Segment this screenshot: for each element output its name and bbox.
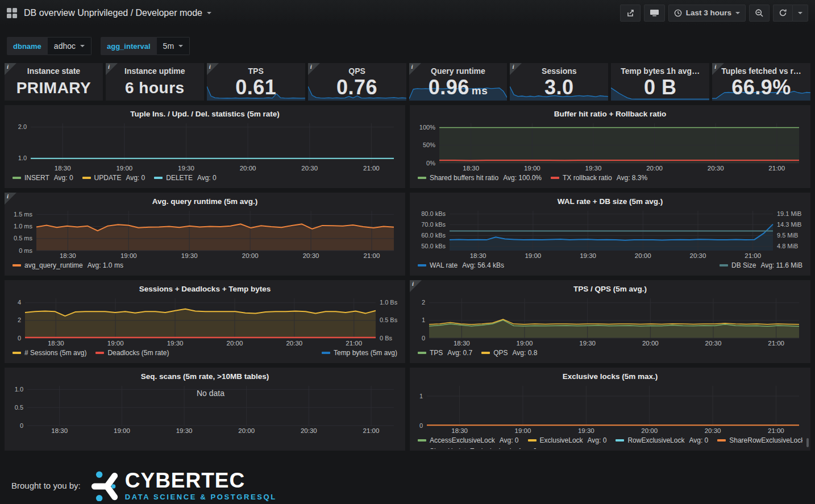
panel-title[interactable]: Tuple Ins. / Upd. / Del. statistics (5m …	[5, 105, 405, 118]
legend-swatch-icon	[82, 177, 91, 179]
legend-item[interactable]: # Sessions (5m avg)	[13, 349, 86, 357]
legend-row: WAL rateAvg: 56.4 kBsDB SizeAvg: 11.6 Mi…	[418, 260, 802, 270]
panel-info-icon[interactable]: i	[712, 63, 724, 75]
clock-icon	[674, 9, 682, 17]
zoom-out-button[interactable]	[749, 5, 770, 22]
cybertec-logo: CYBERTEC DATA SCIENCE & POSTGRESQL	[90, 470, 277, 501]
stat-title[interactable]: Temp bytes 1h avg…	[611, 66, 709, 76]
legend-swatch-icon	[418, 177, 426, 179]
chart-plot-avg-query-runtime: 0 ms0.5 ms1.0 ms1.5 ms18:3019:0019:3020:…	[8, 209, 402, 260]
chart-legend: INSERTAvg: 0UPDATEAvg: 0DELETEAvg: 0	[13, 172, 397, 186]
svg-text:70.0 kBs: 70.0 kBs	[421, 221, 446, 228]
stat-title[interactable]: Query runtime	[409, 66, 508, 76]
svg-text:20:00: 20:00	[642, 340, 659, 347]
svg-text:19:30: 19:30	[176, 427, 193, 434]
panel-title[interactable]: Seq. scans (5m rate, >10MB tables)	[5, 368, 405, 381]
legend-item[interactable]: Temp bytes (5m avg)	[322, 349, 397, 357]
panel-info-icon[interactable]: i	[410, 280, 422, 292]
legend-item[interactable]: ShareUpdateExclusiveLockAvg: 0	[418, 447, 537, 449]
panel-info-icon[interactable]: i	[409, 63, 421, 75]
svg-text:20:00: 20:00	[240, 165, 256, 172]
svg-text:21:00: 21:00	[768, 165, 785, 172]
chart-legend: Shared buffers hit ratioAvg: 100.0%TX ro…	[418, 172, 802, 186]
svg-text:50.0 kBs: 50.0 kBs	[421, 243, 446, 249]
legend-label: Shared buffers hit ratio	[430, 174, 498, 182]
panel-title[interactable]: TPS / QPS (5m avg.)	[410, 280, 810, 293]
panel-title[interactable]: Buffer hit ratio + Rollback ratio	[410, 105, 810, 118]
legend-item[interactable]: AccessExclusiveLockAvg: 0	[418, 436, 519, 444]
chart-panels-grid: Tuple Ins. / Upd. / Del. statistics (5m …	[0, 101, 815, 455]
grid-square	[13, 8, 17, 13]
legend-item[interactable]: UPDATEAvg: 0	[82, 174, 145, 182]
legend-item[interactable]: Deadlocks (5m rate)	[95, 349, 169, 357]
legend-label: Temp bytes (5m avg)	[334, 349, 397, 357]
panel-info-icon[interactable]: i	[308, 63, 320, 75]
legend-item[interactable]: INSERTAvg: 0	[13, 174, 73, 182]
legend-item[interactable]: DELETEAvg: 0	[154, 174, 217, 182]
refresh-button[interactable]	[773, 5, 792, 22]
legend-avg: Avg: 0	[689, 436, 708, 444]
panel-tuple-stats: Tuple Ins. / Upd. / Del. statistics (5m …	[5, 105, 405, 188]
time-caret-icon	[735, 12, 740, 14]
legend-row: INSERTAvg: 0UPDATEAvg: 0DELETEAvg: 0	[13, 172, 397, 183]
stat-title[interactable]: Sessions	[510, 66, 608, 76]
svg-text:19:30: 19:30	[167, 340, 184, 347]
legend-swatch-icon	[418, 264, 426, 266]
svg-text:20:30: 20:30	[705, 427, 721, 434]
legend-item[interactable]: TPSAvg: 0.7	[418, 349, 472, 357]
panel-title[interactable]: Sessions + Deadlocks + Temp bytes	[5, 280, 405, 293]
stat-value-text: 0 B	[644, 76, 677, 99]
svg-text:0 ms: 0 ms	[19, 247, 32, 254]
legend-item[interactable]: ExclusiveLockAvg: 0	[528, 436, 607, 444]
cycle-view-button[interactable]	[644, 5, 665, 22]
stat-title[interactable]: TPS	[207, 66, 305, 76]
legend-item[interactable]: TX rollback ratioAvg: 8.3%	[551, 174, 647, 182]
panel-info-icon[interactable]: i	[510, 63, 522, 75]
stat-value: 3.0	[510, 76, 608, 99]
legend-scrollbar[interactable]	[806, 438, 809, 447]
legend-avg: Avg: 0	[54, 174, 73, 182]
legend-item[interactable]: WAL rateAvg: 56.4 kBs	[418, 261, 504, 269]
dbname-caret-icon	[80, 45, 85, 47]
svg-text:18:30: 18:30	[470, 252, 486, 259]
svg-text:19:30: 19:30	[580, 252, 596, 259]
stat-panels-row: iInstance statePRIMARYiInstance uptime6 …	[0, 63, 815, 101]
share-button[interactable]	[620, 5, 641, 22]
stat-title[interactable]: Tuples fetched vs r…	[712, 66, 810, 76]
panel-info-icon[interactable]: i	[5, 63, 16, 75]
svg-text:19:30: 19:30	[578, 427, 594, 434]
panel-title[interactable]: Exclusive locks (5m max.)	[410, 368, 810, 381]
panel-info-icon[interactable]: i	[106, 63, 118, 75]
panel-info-icon[interactable]: i	[207, 63, 219, 75]
stat-title[interactable]: Instance state	[5, 66, 103, 76]
panel-title[interactable]: WAL rate + DB size (5m avg.)	[410, 193, 810, 206]
panel-sessions-deadlocks: Sessions + Deadlocks + Temp bytes0240 Bs…	[5, 280, 405, 363]
legend-item[interactable]: Shared buffers hit ratioAvg: 100.0%	[418, 174, 542, 182]
variables-bar: dbname adhoc agg_interval 5m	[0, 26, 815, 63]
stat-title[interactable]: QPS	[308, 66, 406, 76]
svg-text:18:30: 18:30	[51, 427, 68, 434]
legend-avg: Avg: 0	[197, 174, 217, 182]
dashboard-title[interactable]: DB overview Unprivileged / Developer mod…	[24, 8, 211, 18]
variable-agg-interval-value[interactable]: 5m	[157, 37, 190, 55]
legend-item[interactable]: DB SizeAvg: 11.6 MiB	[720, 261, 802, 269]
agg-interval-caret-icon	[178, 45, 183, 47]
legend-item[interactable]: RowExclusiveLockAvg: 0	[616, 436, 708, 444]
variable-dbname-value[interactable]: adhoc	[48, 37, 92, 55]
dashboards-icon[interactable]	[7, 8, 17, 18]
time-picker-button[interactable]: Last 3 hours	[668, 5, 746, 22]
svg-text:20:00: 20:00	[227, 340, 243, 347]
legend-item[interactable]: QPSAvg: 0.8	[481, 349, 537, 357]
legend-avg: Avg: 0.7	[447, 349, 472, 357]
svg-text:80.0 kBs: 80.0 kBs	[421, 210, 446, 217]
svg-text:19:00: 19:00	[525, 252, 541, 259]
legend-item[interactable]: avg_query_runtimeAvg: 1.0 ms	[13, 261, 123, 269]
refresh-interval-dropdown[interactable]	[792, 5, 808, 22]
legend-item[interactable]: ShareRowExclusiveLockAvg: 0	[717, 436, 802, 444]
svg-text:19:30: 19:30	[579, 340, 596, 347]
svg-text:20:30: 20:30	[690, 252, 706, 259]
panel-title[interactable]: Avg. query runtime (5m avg.)	[5, 193, 405, 206]
brand-tagline: DATA SCIENCE & POSTGRESQL	[125, 493, 277, 501]
panel-info-icon[interactable]: i	[5, 193, 16, 205]
stat-title[interactable]: Instance uptime	[106, 66, 204, 76]
